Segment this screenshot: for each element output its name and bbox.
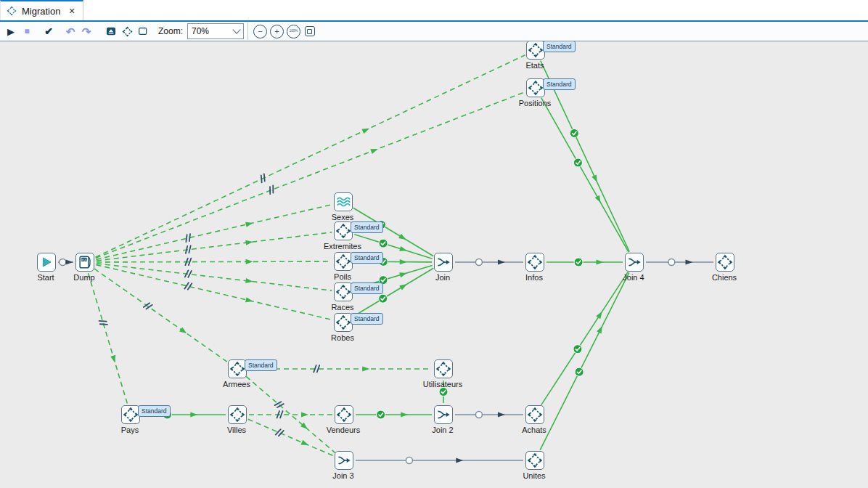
node-start[interactable]: Start (37, 253, 56, 272)
node-etats[interactable]: StandardEtats (526, 41, 545, 60)
table-icon (229, 361, 245, 377)
join-icon (336, 452, 352, 468)
node-poils[interactable]: StandardPoils (334, 252, 353, 271)
node-join3[interactable]: Join 3 (335, 451, 353, 470)
edge-dump-etats[interactable] (95, 55, 525, 257)
node-badge[interactable]: Standard (543, 78, 576, 90)
join-icon (626, 254, 642, 270)
loop-icon (137, 25, 149, 37)
table-icon (717, 254, 733, 270)
node-extremites[interactable]: StandardExtremites (334, 221, 353, 240)
table-icon (527, 452, 543, 468)
table-icon (335, 253, 351, 269)
zoom-fit-button[interactable] (303, 25, 316, 38)
table-icon (528, 42, 544, 58)
edge-utilisateurs-join2[interactable] (439, 381, 448, 403)
table-icon (229, 407, 245, 423)
redo-icon: ↷ (82, 26, 91, 37)
edge-achats-join4[interactable] (541, 272, 629, 404)
edge-infos-join4[interactable] (546, 258, 623, 267)
validate-button[interactable]: ✔ (41, 23, 57, 39)
node-badge[interactable]: Standard (543, 41, 576, 52)
edge-join2-achats[interactable] (455, 412, 523, 418)
edge-start-dump[interactable] (58, 259, 73, 266)
diagram-button[interactable] (119, 23, 135, 39)
edge-dump-armees[interactable] (94, 269, 228, 362)
image-icon (105, 25, 117, 37)
table-icon (336, 407, 352, 423)
node-join4[interactable]: Join 4 (625, 253, 644, 272)
node-robes[interactable]: StandardRobes (334, 313, 353, 332)
node-join[interactable]: Join (434, 253, 453, 272)
node-unites[interactable]: Unites (525, 451, 544, 470)
toolbar: ▶ ■ ✔ ↶ ↷ (0, 22, 868, 41)
node-chiens[interactable]: Chiens (716, 253, 734, 272)
stop-button[interactable]: ■ (19, 23, 35, 39)
toolbar-separator (247, 23, 248, 40)
zoom-100-button[interactable]: 100% (287, 25, 300, 38)
node-sexes[interactable]: Sexes (334, 192, 353, 211)
undo-button[interactable]: ↶ (62, 23, 78, 39)
node-dump[interactable]: SQLDump (75, 253, 94, 272)
edge-dump-extremites[interactable] (97, 232, 332, 261)
node-join2[interactable]: Join 2 (434, 405, 453, 424)
edge-positions-join4[interactable] (541, 98, 629, 252)
zoom-dropdown[interactable]: 70% (187, 23, 244, 39)
zoom-in-button[interactable]: + (270, 25, 284, 38)
edge-villes-vendeurs[interactable] (249, 411, 332, 418)
edge-dump-positions[interactable] (96, 92, 525, 258)
undo-icon: ↶ (66, 26, 75, 37)
node-badge[interactable]: Standard (245, 359, 277, 371)
edge-unites-join4[interactable] (540, 272, 629, 450)
redo-button[interactable]: ↷ (78, 23, 94, 39)
node-badge[interactable]: Standard (351, 252, 383, 264)
node-pays[interactable]: StandardPays (121, 405, 140, 424)
play-icon (38, 254, 54, 270)
edge-join3-unites[interactable] (356, 458, 523, 464)
edge-join-infos[interactable] (455, 259, 523, 266)
tab-title: Migration (22, 6, 60, 17)
diamond-icon (122, 26, 133, 37)
node-infos[interactable]: Infos (525, 253, 544, 272)
join-icon (435, 407, 451, 423)
edge-dump-pays[interactable] (89, 273, 128, 403)
edge-vendeurs-join2[interactable] (356, 410, 432, 419)
waves-icon (335, 194, 351, 210)
zoom-label: Zoom: (158, 26, 183, 36)
edge-villes-join3[interactable] (248, 419, 334, 455)
table-icon (527, 254, 543, 270)
edge-join4-chiens[interactable] (646, 259, 713, 266)
zoom-out-button[interactable]: − (253, 25, 267, 38)
run-button[interactable]: ▶ (3, 23, 19, 39)
svg-text:SQL: SQL (81, 258, 88, 261)
sql-script-icon: SQL (77, 254, 93, 270)
table-icon (435, 361, 451, 377)
edge-dump-robes[interactable] (97, 265, 332, 320)
node-utilisateurs[interactable]: Utilisateurs (434, 359, 453, 378)
edge-dump-races[interactable] (97, 264, 332, 290)
node-villes[interactable]: Villes (228, 405, 247, 424)
node-vendeurs[interactable]: Vendeurs (335, 405, 353, 424)
zoom-value: 70% (192, 26, 209, 36)
diagram-diamond-icon (7, 6, 17, 16)
node-badge[interactable]: Standard (138, 405, 171, 417)
refresh-layout-button[interactable] (135, 23, 151, 39)
node-badge[interactable]: Standard (351, 282, 383, 294)
edge-dump-poils[interactable] (97, 259, 332, 266)
tab-close-icon[interactable]: ✕ (68, 7, 75, 16)
table-icon (123, 407, 139, 423)
join-icon (435, 254, 451, 270)
node-armees[interactable]: StandardArmees (228, 359, 247, 378)
export-image-button[interactable] (103, 23, 119, 39)
node-races[interactable]: StandardRaces (334, 282, 353, 301)
play-icon: ▶ (7, 27, 15, 36)
table-icon (527, 407, 543, 423)
tab-migration[interactable]: Migration ✕ (0, 0, 83, 20)
tab-bar: Migration ✕ (0, 0, 868, 22)
node-badge[interactable]: Standard (351, 221, 383, 233)
node-badge[interactable]: Standard (351, 313, 383, 325)
node-positions[interactable]: StandardPositions (526, 78, 545, 97)
node-achats[interactable]: Achats (525, 405, 544, 424)
stop-icon: ■ (24, 27, 29, 36)
diagram-canvas[interactable]: Start SQLDump StandardEtats StandardPosi… (0, 41, 868, 488)
